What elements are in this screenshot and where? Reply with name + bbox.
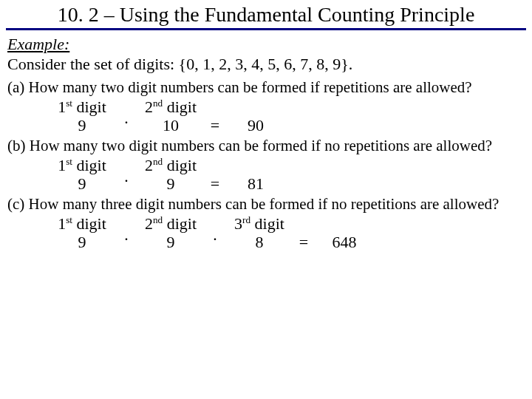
- question-c: (c) How many three digit numbers can be …: [7, 195, 525, 213]
- a-ans: 90: [226, 116, 285, 134]
- label-1st-digit: 1st digit: [49, 98, 115, 117]
- c-v1: 9: [49, 233, 115, 251]
- slide-content: Example: Consider the set of digits: {0,…: [0, 33, 532, 252]
- a-eq: =: [204, 116, 226, 134]
- c-op1: ·: [115, 230, 137, 248]
- work-a-values: 9 · 10 = 90: [49, 116, 525, 134]
- label-1st-digit: 1st digit: [49, 156, 115, 175]
- question-b: (b) How many two digit numbers can be fo…: [7, 137, 525, 154]
- title-underline: [6, 28, 526, 30]
- work-c: 1st digit 2nd digit 3rd digit 9 · 9 · 8 …: [49, 214, 525, 252]
- c-eq: =: [293, 233, 315, 251]
- label-2nd-digit: 2nd digit: [137, 98, 204, 117]
- label-2nd-digit: 2nd digit: [137, 214, 204, 233]
- consider-text: Consider the set of digits: {0, 1, 2, 3,…: [7, 55, 525, 73]
- example-label: Example:: [7, 35, 525, 53]
- b-v2: 9: [137, 174, 204, 193]
- c-op2: ·: [204, 230, 226, 248]
- work-b: 1st digit 2nd digit 9 · 9 = 81: [49, 156, 525, 194]
- a-op1: ·: [115, 113, 137, 132]
- label-3rd-digit: 3rd digit: [226, 214, 293, 233]
- b-v1: 9: [49, 174, 115, 193]
- c-v2: 9: [137, 233, 204, 251]
- work-a: 1st digit 2nd digit 9 · 10 = 90: [49, 98, 525, 135]
- a-v1: 9: [49, 116, 115, 134]
- work-c-values: 9 · 9 · 8 = 648: [49, 233, 525, 251]
- work-b-values: 9 · 9 = 81: [49, 174, 525, 193]
- a-v2: 10: [137, 116, 204, 134]
- slide-title: 10. 2 – Using the Fundamental Counting P…: [0, 0, 532, 28]
- question-a: (a) How many two digit numbers can be fo…: [7, 78, 525, 96]
- c-ans: 648: [315, 233, 374, 251]
- label-2nd-digit: 2nd digit: [137, 156, 204, 175]
- b-ans: 81: [226, 174, 285, 193]
- b-eq: =: [204, 174, 226, 193]
- c-v3: 8: [226, 233, 293, 251]
- b-op1: ·: [115, 171, 137, 190]
- label-1st-digit: 1st digit: [49, 214, 115, 233]
